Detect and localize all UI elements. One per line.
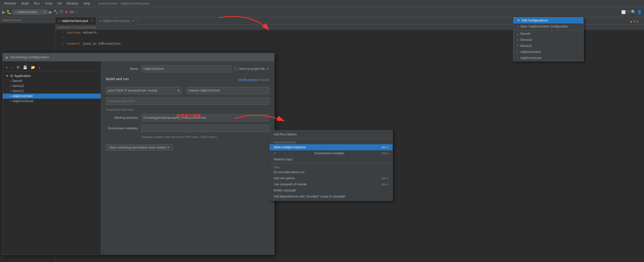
expand-icon[interactable]: ▲ bbox=[636, 20, 639, 23]
run-icon[interactable]: ▶ bbox=[2, 9, 6, 15]
open-debug-close[interactable]: ✕ bbox=[167, 146, 169, 149]
dropdown-item-udpechoserver[interactable]: ▪ UdpEchoServer bbox=[513, 55, 583, 61]
git-area: Git: ✓ bbox=[69, 10, 78, 14]
dropdown-item-demo9[interactable]: ▪ Demo9 bbox=[513, 31, 583, 37]
tree-item-demo9[interactable]: ▪ Demo9 bbox=[3, 78, 101, 83]
bottom-section: Open run/debug tool window when started … bbox=[106, 144, 269, 151]
run-config-button[interactable]: ▪ UdpEchoClient ▾ bbox=[13, 10, 48, 15]
env-vars-check-icon: ✓ bbox=[274, 152, 276, 155]
dropdown-item-udpechoclient[interactable]: ▪ UdpEchoClient bbox=[513, 49, 583, 55]
edit-config-icon: ✎ bbox=[517, 19, 520, 22]
restore-icon[interactable]: ❐ bbox=[627, 10, 630, 14]
modify-classpath-label: Modify classpath bbox=[274, 189, 296, 192]
user-icon[interactable]: 👤 bbox=[637, 10, 642, 14]
tree-item-udpechoserver-label: UdpEchoServer bbox=[12, 99, 34, 103]
folder-config-button[interactable]: 📁 bbox=[30, 65, 36, 70]
dropdown-item-demo10[interactable]: ▪ Demo10 bbox=[513, 37, 583, 43]
config-dialog-title: ▶ Run/Debug Configurations bbox=[3, 53, 274, 61]
run-green-icon[interactable]: ▶ bbox=[49, 9, 52, 15]
modify-options-label: Modify options bbox=[238, 78, 258, 82]
line-num-3: 3 bbox=[56, 42, 64, 45]
dropdown-arrow-icon: ▾ bbox=[44, 10, 46, 14]
menubar-item-build[interactable]: Build bbox=[19, 1, 31, 6]
udpechoserver-label: UdpEchoServer bbox=[520, 56, 542, 60]
code-content-1: package network; bbox=[67, 31, 98, 35]
save-config-label: Save 'UdpEchoClient' Configuration bbox=[520, 25, 568, 28]
sdk-select[interactable]: java 8 SDK of 'practiceCode' module ▾ bbox=[106, 87, 182, 94]
line-num-1: 1 bbox=[56, 31, 64, 34]
store-project-checkbox[interactable]: Store as project file ⚙ bbox=[234, 67, 269, 71]
tree-group-icon: ⊟ bbox=[10, 74, 13, 78]
tree-item-udpechoserver[interactable]: ▪ UdpEchoServer bbox=[3, 99, 101, 104]
form-row-sdk: java 8 SDK of 'practiceCode' module ▾ bbox=[106, 87, 269, 94]
no-build-label: Do not build before run bbox=[274, 170, 304, 174]
dropdown-item-edit-config[interactable]: ✎ Edit Configurations... bbox=[513, 17, 583, 23]
tab-udpechoserver-icon: ● bbox=[99, 19, 101, 22]
mod-item-add-run-options[interactable]: Add Run Options bbox=[270, 131, 392, 137]
debug-icon[interactable]: 🐛 bbox=[7, 10, 12, 14]
open-debug-button[interactable]: Open run/debug tool window when started … bbox=[106, 144, 173, 151]
udpechoserver-icon: ▪ bbox=[517, 56, 518, 60]
mod-item-add-deps[interactable]: Add dependencies with "provided" scope t… bbox=[270, 193, 392, 199]
copy-config-button[interactable]: ⧉ bbox=[16, 65, 20, 70]
config-dialog-title-label: Run/Debug Configurations bbox=[11, 55, 49, 59]
menubar-item-run[interactable]: Run bbox=[32, 1, 42, 6]
tree-group-application[interactable]: ▼ ⊟ Application bbox=[3, 73, 101, 78]
project-panel-title: UdpEchoServer bbox=[0, 17, 55, 23]
tab-udpechoclient[interactable]: ● UdpEchoClient.java ✕ bbox=[55, 17, 96, 25]
mod-item-no-build[interactable]: Do not build before run bbox=[270, 169, 392, 175]
menubar-item-window[interactable]: Window bbox=[65, 1, 80, 6]
tree-item-demo9-icon: ▪ bbox=[10, 79, 11, 83]
modify-options-panel: Add Run Options Operating System Allow m… bbox=[269, 130, 393, 201]
store-checkbox-box[interactable] bbox=[234, 67, 237, 71]
add-config-button[interactable]: + bbox=[5, 65, 9, 70]
build-icon[interactable]: 🔨 bbox=[53, 10, 58, 14]
add-deps-label: Add dependencies with "provided" scope t… bbox=[274, 195, 345, 198]
mod-item-redirect-input[interactable]: Redirect input bbox=[270, 156, 392, 162]
modify-options-shortcut: Alt+M bbox=[262, 78, 269, 81]
search-icon[interactable]: 🔍 bbox=[631, 10, 636, 14]
menubar-item-git[interactable]: Git bbox=[55, 1, 64, 6]
mod-item-allow-multiple[interactable]: Allow multiple instances Alt+U bbox=[270, 144, 392, 150]
tree-item-udpechoclient[interactable]: ▪ UdpEchoClient bbox=[3, 94, 101, 99]
config-toolbar: + − ⧉ 💾 📁 ↕ bbox=[3, 63, 101, 71]
mod-section-os: Operating System bbox=[270, 139, 392, 144]
program-args-input[interactable] bbox=[106, 98, 269, 105]
hint-text: Press Alt for field hints bbox=[106, 108, 269, 111]
sort-config-button[interactable]: ↕ bbox=[38, 65, 41, 70]
tree-item-demo10[interactable]: ▪ Demo10 bbox=[3, 83, 101, 89]
name-input[interactable] bbox=[141, 65, 231, 72]
tree-item-demo12[interactable]: ▪ Demo12 bbox=[3, 89, 101, 94]
tree-item-udpechoserver-icon: ▪ bbox=[10, 99, 11, 103]
mod-item-classpath-module[interactable]: Use classpath of module Alt+O bbox=[270, 181, 392, 187]
mod-item-env-vars[interactable]: ✓ Environment variables Alt+E bbox=[270, 150, 392, 156]
mod-item-add-vm[interactable]: Add VM options Alt+V bbox=[270, 175, 392, 181]
tab-udpechoclient-close[interactable]: ✕ bbox=[91, 19, 93, 22]
mod-item-modify-classpath[interactable]: Modify classpath bbox=[270, 187, 392, 193]
tab-udpechoserver-close[interactable]: ✕ bbox=[132, 19, 135, 22]
tree-item-udpechoclient-label: UdpEchoClient bbox=[12, 94, 32, 98]
menubar-item-help[interactable]: Help bbox=[81, 1, 92, 6]
dropdown-item-save-config[interactable]: ▪ Save 'UdpEchoClient' Configuration bbox=[513, 23, 583, 30]
working-dir-label: Working directory: bbox=[106, 116, 139, 120]
env-vars-shortcut: Alt+E bbox=[382, 152, 388, 155]
dropdown-item-demo12[interactable]: ▪ Demo12 bbox=[513, 43, 583, 49]
remove-config-button[interactable]: − bbox=[10, 65, 14, 70]
menubar-item-tools[interactable]: Tools bbox=[43, 1, 54, 6]
tab-udpechoclient-label: UdpEchoClient.java bbox=[62, 19, 88, 23]
gear-icon[interactable]: ⚙ bbox=[266, 67, 269, 71]
env-input[interactable] bbox=[141, 125, 269, 132]
working-dir-input[interactable] bbox=[141, 114, 269, 121]
env-hint: Separate variables with semicolon: VAR=v… bbox=[141, 135, 269, 138]
menubar-item-refactor[interactable]: Refactor bbox=[2, 1, 18, 6]
allow-multiple-shortcut: Alt+U bbox=[382, 146, 388, 149]
save-config-button[interactable]: 💾 bbox=[22, 65, 28, 70]
coverage-icon[interactable]: 🛡 bbox=[59, 10, 63, 14]
maximize-icon[interactable]: ⬜ bbox=[621, 10, 626, 14]
tab-udpechoserver[interactable]: ● UdpEchoServer.java ✕ bbox=[96, 17, 138, 25]
tab-udpechoserver-label: UdpEchoServer.java bbox=[102, 19, 130, 23]
main-class-input[interactable] bbox=[186, 87, 269, 94]
stop-icon[interactable]: ⏹ bbox=[64, 10, 68, 14]
modify-options-button[interactable]: Modify options ▾ bbox=[238, 78, 260, 82]
open-debug-label: Open run/debug tool window when started bbox=[109, 146, 166, 149]
